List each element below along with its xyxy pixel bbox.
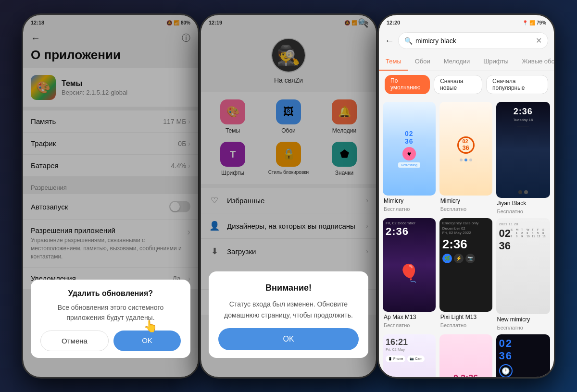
delete-updates-dialog: Удалить обновления? Все обновления этого… [31, 280, 190, 358]
dot2 [464, 159, 467, 161]
tab-themes[interactable]: Темы [379, 53, 408, 71]
search-icon: 🔍 [404, 37, 413, 45]
phones-container: 12:18 🔕 📶 80% ← ⓘ О приложении 🎨 Темы Ве… [0, 0, 577, 392]
dialog-overlay-2: Внимание! Статус входа был изменен. Обно… [201, 15, 376, 377]
theme-preview-8: 0 2:36 Friday 02 [439, 334, 492, 377]
tab-fonts[interactable]: Шрифты [477, 53, 515, 71]
filter-row: По умолчанию Сначала новые Сначала попул… [379, 71, 554, 98]
theme-item-8[interactable]: 0 2:36 Friday 02 [439, 334, 492, 377]
search-back-button[interactable]: ← [385, 35, 394, 46]
theme-price-5: Бесплатно [439, 322, 492, 328]
status-time-3: 12:20 [387, 20, 400, 25]
theme-preview-7: 16:21 Fri, 02 May 📱 Phone 📷 Cam [383, 334, 436, 377]
theme-item-3[interactable]: 2:36 Tuesday 16 Jiyan Black Бесплатно [496, 102, 550, 214]
theme-item-5[interactable]: Emergency calls only December 02Fri, 02 … [439, 218, 492, 331]
dialog-buttons-1: Отмена OK [40, 331, 181, 351]
dialog-text-2: Статус входа был изменен. Обновите домаш… [218, 299, 359, 320]
theme-preview-2: 0236 [439, 102, 492, 196]
theme-name-2: Mimicry [439, 197, 492, 204]
theme-price-6: Бесплатно [496, 325, 550, 331]
theme-item-6[interactable]: 2021 11 28 0236 SMTWTFS 123456 789101112… [496, 218, 550, 331]
attention-dialog: Внимание! Статус входа был изменен. Обно… [209, 271, 368, 358]
theme-name-1: Mimicry [383, 197, 436, 204]
theme-name-5: Pixi Light M13 [439, 314, 492, 320]
tab-ringtones[interactable]: Мелодии [437, 53, 477, 71]
status-bar-3: 12:20 📍 📶 79% [379, 15, 554, 28]
cancel-button[interactable]: Отмена [40, 331, 109, 351]
filter-default[interactable]: По умолчанию [385, 75, 430, 94]
dialog-text-1: Все обновления этого системного приложен… [40, 303, 181, 323]
themes-grid: 0236 ♥ Refreshing Mimicry Бесплатно 0236 [379, 98, 554, 377]
theme-item-2[interactable]: 0236 Mimicry Бесплатно [439, 102, 492, 214]
status-icons-3: 📍 📶 79% [522, 20, 546, 25]
dot3 [469, 159, 472, 161]
loc-icon-3: 📍 [522, 20, 528, 25]
ok-button-2[interactable]: OK [218, 328, 359, 350]
tab-wallpapers[interactable]: Обои [408, 53, 437, 71]
tab-live-wallpapers[interactable]: Живые обои [515, 53, 554, 71]
phone-1: 12:18 🔕 📶 80% ← ⓘ О приложении 🎨 Темы Ве… [22, 13, 200, 379]
filter-popular[interactable]: Сначала популярные [486, 75, 548, 94]
theme-price-4: Бесплатно [383, 322, 436, 328]
theme-item-9[interactable]: 0236 🕐 [496, 334, 550, 377]
battery-icon-3: 79% [537, 20, 546, 25]
tabs-row: Темы Обои Мелодии Шрифты Живые обои [379, 53, 554, 71]
theme-item-4[interactable]: Fri, 02 December 2:36 🎈 Ap Max M13 Беспл… [383, 218, 436, 331]
theme-price-1: Бесплатно [383, 206, 436, 212]
theme-name-4: Ap Max M13 [383, 314, 436, 320]
dialog-overlay-1: Удалить обновления? Все обновления этого… [23, 15, 198, 377]
search-box[interactable]: 🔍 mimicry black ✕ [398, 32, 548, 49]
dialog-title-2: Внимание! [218, 283, 359, 293]
dot1 [460, 159, 463, 161]
phone-1-screen: 12:18 🔕 📶 80% ← ⓘ О приложении 🎨 Темы Ве… [23, 15, 198, 377]
dialog-title-1: Удалить обновления? [40, 289, 181, 298]
circle-orange: 0236 [457, 136, 475, 154]
theme-preview-5: Emergency calls only December 02Fri, 02 … [439, 218, 492, 312]
phone-3: 12:20 📍 📶 79% ← 🔍 mimicry black ✕ Темы [377, 13, 555, 379]
search-bar-row: ← 🔍 mimicry black ✕ [379, 28, 554, 53]
ok-button-1[interactable]: OK [113, 331, 181, 351]
theme-preview-4: Fri, 02 December 2:36 🎈 [383, 218, 436, 312]
search-text: mimicry black [415, 37, 533, 45]
theme-name-6: New mimicry [496, 316, 550, 323]
dots-row [460, 159, 472, 161]
theme-preview-6: 2021 11 28 0236 SMTWTFS 123456 789101112… [496, 218, 550, 314]
theme-name-3: Jiyan Black [496, 200, 550, 207]
phone-2: 12:19 🔕 📶 80% 🔍 🕵️ На свяZи 🎨 Те [200, 13, 377, 379]
theme-price-2: Бесплатно [439, 206, 492, 212]
theme-item-7[interactable]: 16:21 Fri, 02 May 📱 Phone 📷 Cam [383, 334, 436, 377]
search-clear-button[interactable]: ✕ [536, 36, 542, 45]
phone-3-screen: 12:20 📍 📶 79% ← 🔍 mimicry black ✕ Темы [379, 15, 554, 377]
theme-preview-1: 0236 ♥ Refreshing [383, 102, 436, 196]
wifi-icon-3: 📶 [529, 20, 535, 25]
cursor-icon: 👆 [143, 319, 158, 333]
filter-newest[interactable]: Сначала новые [434, 75, 482, 94]
theme-price-3: Бесплатно [496, 208, 550, 214]
theme-item-1[interactable]: 0236 ♥ Refreshing Mimicry Бесплатно [383, 102, 436, 214]
theme-preview-9: 0236 🕐 [496, 334, 550, 377]
phone-2-screen: 12:19 🔕 📶 80% 🔍 🕵️ На свяZи 🎨 Те [201, 15, 376, 377]
theme-preview-3: 2:36 Tuesday 16 [496, 102, 550, 198]
